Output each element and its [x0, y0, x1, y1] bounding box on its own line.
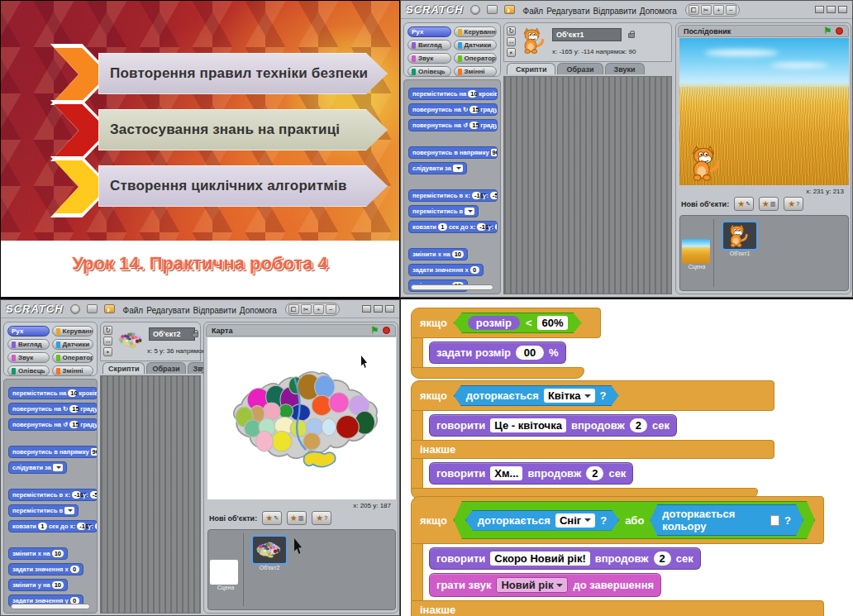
script-if-touching-snow[interactable]: якщо доторкається Сніг ? або доторкаєтьс… [411, 496, 824, 616]
tab-sounds[interactable]: Звуки [605, 63, 645, 74]
block-input[interactable]: 0 [470, 266, 479, 274]
menu-item[interactable]: Редагувати [145, 305, 191, 316]
block-input[interactable]: 1 [38, 523, 47, 530]
block-dropdown[interactable]: 90 [91, 448, 98, 456]
block-input[interactable]: 10 [52, 581, 64, 589]
palette-block[interactable]: повернутись в напрямку90 [408, 146, 498, 159]
touching-sensor[interactable]: доторкається Сніг ? [465, 510, 619, 531]
stage-thumbnail[interactable]: Сцена [682, 239, 712, 270]
menu-item[interactable]: Допомога [638, 6, 679, 17]
surprise-sprite-button[interactable]: ★? [784, 197, 803, 211]
say-seconds[interactable]: 2 [586, 466, 603, 480]
menu-item[interactable]: Файл [122, 305, 145, 316]
block-input[interactable]: 10 [468, 90, 477, 98]
minimize-button[interactable] [362, 305, 371, 313]
category-button[interactable]: Змінні [454, 66, 498, 77]
palette-block[interactable]: повернутись на↺15градусів [408, 119, 498, 131]
menu-item[interactable]: Файл [522, 6, 546, 17]
toolbar-icon[interactable]: ⧠ [288, 304, 299, 314]
category-button[interactable]: Вигляд [7, 339, 50, 350]
palette-scrollbar[interactable] [411, 284, 493, 290]
set-size-value[interactable]: 00 [516, 346, 544, 360]
block-input[interactable]: -101 [77, 523, 86, 530]
palette-block[interactable]: задати значення x0 [408, 264, 484, 276]
close-button[interactable] [385, 305, 394, 313]
green-flag-icon[interactable]: ⚑ [823, 26, 832, 36]
category-button[interactable]: Звук [407, 53, 451, 64]
block-dropdown[interactable] [64, 507, 74, 514]
say-seconds[interactable]: 2 [630, 418, 647, 432]
block-input[interactable]: -53 [90, 491, 98, 499]
palette-block[interactable]: переміститись на10кроків [8, 387, 98, 399]
palette-block[interactable]: переміститись в x:-101y:-53 [8, 489, 98, 501]
block-dropdown[interactable] [53, 464, 63, 471]
menu-item[interactable]: Редагувати [545, 6, 591, 17]
toolbar-icon[interactable]: + [313, 304, 324, 314]
stage[interactable] [207, 337, 396, 499]
palette-block[interactable]: повернутись в напрямку90 [8, 446, 98, 458]
say-text[interactable]: Хм... [490, 466, 522, 480]
category-button[interactable]: Датчики [52, 339, 94, 350]
block-input[interactable]: 10 [452, 251, 464, 258]
tab-scripts[interactable]: Скрипти [507, 63, 555, 74]
block-input[interactable]: 15 [69, 421, 79, 428]
paint-new-sprite-button[interactable]: ★✎ [734, 197, 754, 211]
stop-icon[interactable] [383, 327, 390, 334]
toolbar-icon[interactable]: ✂ [701, 5, 712, 15]
script-if-touching-flower[interactable]: якщо доторкається Квітка ? говорити Це -… [411, 380, 774, 499]
toolbar-icon[interactable]: ⧠ [689, 5, 699, 15]
category-button[interactable]: Рух [7, 326, 50, 337]
touching-target-dropdown[interactable]: Сніг [555, 513, 595, 528]
menu-item[interactable]: Відправити [592, 6, 638, 17]
block-input[interactable]: 10 [52, 550, 64, 557]
category-button[interactable]: Вигляд [407, 40, 451, 50]
palette-block[interactable]: переміститись на10кроків [408, 88, 498, 100]
palette-block[interactable]: переміститись в x:-101y:-53 [408, 189, 498, 202]
block-dropdown[interactable] [453, 165, 463, 172]
category-button[interactable]: Змінні [52, 365, 94, 376]
toolbar-icon[interactable]: − [726, 5, 736, 15]
menu-item[interactable]: Відправити [192, 305, 238, 316]
say-block[interactable]: говорити Скоро Новий рік! впродовж 2 сек [429, 547, 701, 570]
block-input[interactable]: 15 [469, 106, 479, 113]
toolbar-icon[interactable]: ✂ [301, 304, 312, 314]
block-input[interactable]: -101 [477, 223, 486, 231]
say-seconds[interactable]: 2 [654, 552, 671, 566]
palette-block[interactable]: ковзати1сек до x:-101y:-53 [8, 520, 98, 532]
block-input[interactable]: 15 [469, 122, 479, 129]
tab-costumes[interactable]: Образи [557, 63, 603, 74]
block-dropdown[interactable]: 90 [491, 149, 498, 156]
ukraine-map-sprite[interactable] [216, 344, 388, 493]
close-button[interactable] [838, 6, 847, 13]
lock-icon[interactable] [192, 332, 198, 337]
palette-block[interactable]: слідувати за [408, 162, 467, 174]
toolbar-icon[interactable]: + [713, 5, 724, 15]
block-input[interactable]: -53 [95, 523, 98, 530]
cat-sprite[interactable] [686, 144, 724, 182]
palette-block[interactable]: задати значення x0 [8, 563, 83, 575]
block-input[interactable]: -101 [72, 491, 81, 499]
set-size-block[interactable]: задати розмір 00 % [429, 341, 566, 364]
say-text[interactable]: Це - квіточка [490, 418, 566, 432]
sprite-list-item[interactable]: Об'єкт1 [722, 221, 758, 256]
share-icon[interactable] [504, 5, 515, 14]
rotation-style-buttons[interactable]: ↻↔▪ [507, 26, 516, 57]
toolbar-icon[interactable]: − [326, 304, 336, 314]
palette-block[interactable]: переміститись в [8, 504, 79, 517]
sprite-list-item[interactable]: Об'єкт2 [251, 535, 288, 571]
sound-dropdown[interactable]: Новий рік [496, 577, 568, 593]
category-button[interactable]: Олівець [7, 365, 50, 376]
category-button[interactable]: Датчики [454, 40, 498, 50]
tab-scripts[interactable]: Скрипти [102, 362, 145, 374]
block-input[interactable]: 0 [70, 566, 79, 573]
maximize-button[interactable] [374, 305, 383, 313]
paint-new-sprite-button[interactable]: ★✎ [262, 511, 282, 525]
maximize-button[interactable] [827, 6, 836, 13]
palette-block[interactable]: повернутись на↻15градусів [408, 103, 498, 116]
touching-sensor[interactable]: доторкається Квітка ? [454, 385, 619, 406]
save-icon[interactable] [87, 304, 98, 313]
stage[interactable] [679, 38, 849, 185]
color-swatch[interactable] [770, 515, 779, 526]
language-icon[interactable] [470, 5, 480, 15]
block-input[interactable]: 15 [69, 405, 79, 413]
